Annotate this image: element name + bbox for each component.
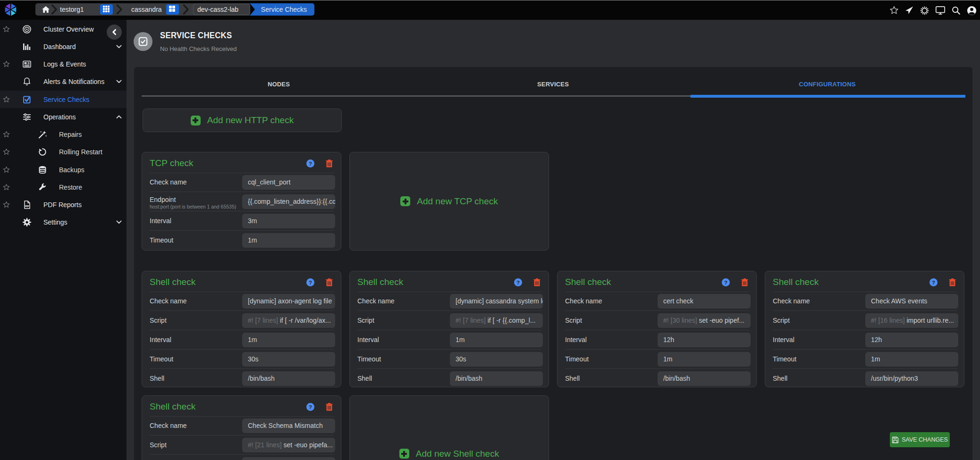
svg-text:PDF: PDF <box>25 205 30 208</box>
svg-text:?: ? <box>932 280 935 285</box>
svg-text:?: ? <box>309 161 312 167</box>
svg-text:?: ? <box>724 280 727 285</box>
svg-text:?: ? <box>309 280 312 285</box>
svg-text:?: ? <box>309 404 312 410</box>
svg-text:?: ? <box>516 280 520 285</box>
